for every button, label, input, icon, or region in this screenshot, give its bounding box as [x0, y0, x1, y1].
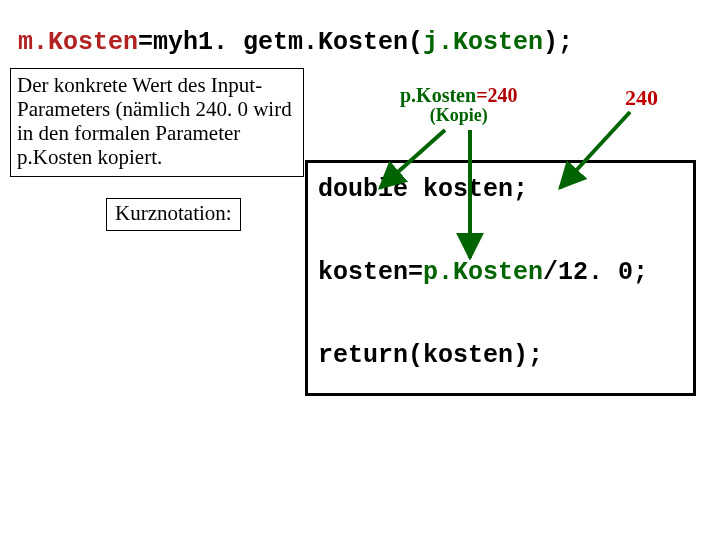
- explanation-box: Der konkrete Wert des Input-Parameters (…: [10, 68, 304, 177]
- pkosten-label: p.Kosten=240 (Kopie): [400, 85, 518, 125]
- pkosten-sub: (Kopie): [400, 106, 518, 125]
- value-240-text: 240: [625, 85, 658, 110]
- code-l2-c: /12. 0;: [543, 258, 648, 287]
- code-l2-pkosten: p.Kosten: [423, 258, 543, 287]
- code-l2-a: kosten=: [318, 258, 423, 287]
- method-body-box: double kosten; kosten=p.Kosten/12. 0; re…: [305, 160, 696, 396]
- code-line-2: kosten=p.Kosten/12. 0;: [318, 258, 648, 287]
- explanation-text: Der konkrete Wert des Input-Parameters (…: [17, 73, 292, 169]
- code-text-2: );: [543, 28, 573, 57]
- short-notation-label: Kurznotation:: [115, 201, 232, 225]
- code-line-1: double kosten;: [318, 175, 528, 204]
- pkosten-name: p.Kosten: [400, 84, 476, 106]
- code-line-3: return(kosten);: [318, 341, 543, 370]
- code-text-1: =myh1. getm.Kosten(: [138, 28, 423, 57]
- argument-variable: j.Kosten: [423, 28, 543, 57]
- value-240: 240: [625, 85, 658, 111]
- lhs-variable: m.Kosten: [18, 28, 138, 57]
- assignment-code-line: m.Kosten=myh1. getm.Kosten(j.Kosten);: [18, 28, 573, 57]
- pkosten-value: =240: [476, 84, 517, 106]
- short-notation-box: Kurznotation:: [106, 198, 241, 231]
